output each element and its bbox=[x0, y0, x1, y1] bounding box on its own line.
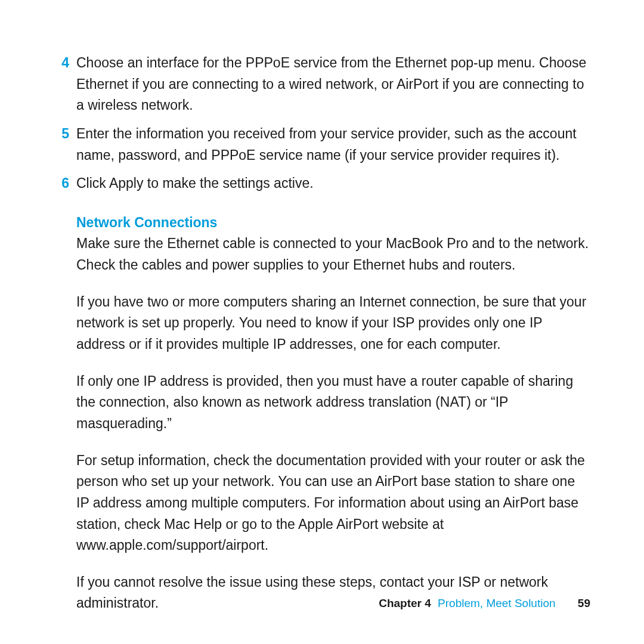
chapter-label: Chapter 4 bbox=[379, 597, 431, 609]
step-item: 5 Enter the information you received fro… bbox=[76, 123, 590, 166]
step-text: Choose an interface for the PPPoE servic… bbox=[76, 55, 586, 113]
body-paragraph: If you have two or more computers sharin… bbox=[76, 292, 590, 355]
document-page: 4 Choose an interface for the PPPoE serv… bbox=[0, 0, 644, 644]
step-number: 6 bbox=[51, 173, 69, 194]
step-number: 4 bbox=[51, 52, 69, 74]
step-item: 4 Choose an interface for the PPPoE serv… bbox=[76, 52, 590, 116]
numbered-steps: 4 Choose an interface for the PPPoE serv… bbox=[76, 52, 590, 194]
page-number: 59 bbox=[578, 597, 590, 609]
step-text: Enter the information you received from … bbox=[76, 126, 577, 163]
chapter-title: Problem, Meet Solution bbox=[438, 597, 556, 609]
section-subheading: Network Connections bbox=[76, 212, 590, 234]
step-text: Click Apply to make the settings active. bbox=[76, 175, 314, 191]
body-paragraph: For setup information, check the documen… bbox=[76, 450, 590, 556]
step-number: 5 bbox=[51, 123, 69, 145]
body-paragraph: If only one IP address is provided, then… bbox=[76, 371, 590, 435]
step-item: 6 Click Apply to make the settings activ… bbox=[76, 173, 590, 194]
body-paragraph: Make sure the Ethernet cable is connecte… bbox=[76, 233, 590, 275]
page-footer: Chapter 4 Problem, Meet Solution 59 bbox=[76, 595, 590, 612]
